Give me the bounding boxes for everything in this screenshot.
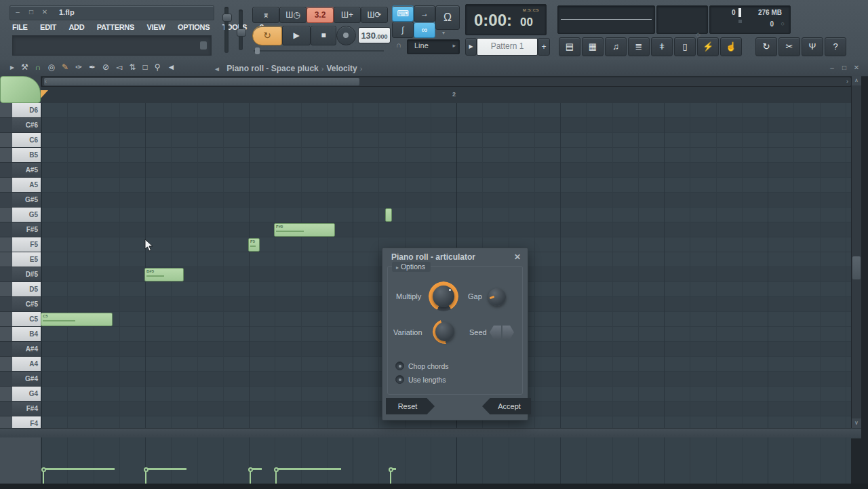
- target-control[interactable]: Velocity: [326, 64, 357, 73]
- multiply-knob[interactable]: [429, 281, 458, 311]
- piano-key-B5[interactable]: B5: [0, 148, 41, 163]
- piano-key-F#4[interactable]: F#4: [0, 402, 41, 416]
- paint-tool-icon[interactable]: ✑: [75, 60, 82, 75]
- close-icon[interactable]: ✕: [39, 6, 51, 18]
- piano-key-C6[interactable]: C6: [0, 133, 41, 148]
- scroll-up-icon[interactable]: ∧: [852, 76, 861, 85]
- playlist-button[interactable]: ▤: [559, 37, 580, 56]
- options-tab[interactable]: ▸ Options: [392, 262, 431, 272]
- magnet-icon[interactable]: ∩: [35, 60, 41, 75]
- peak-meter[interactable]: [656, 5, 708, 34]
- help-button[interactable]: ?: [825, 37, 846, 56]
- pr-maximize-icon[interactable]: □: [838, 62, 850, 74]
- note-D#5[interactable]: D#5: [144, 268, 184, 281]
- playback-tool-icon[interactable]: ◄: [167, 60, 176, 75]
- master-pitch-handle[interactable]: [237, 28, 246, 37]
- piano-key-G5[interactable]: G5: [0, 208, 41, 222]
- note-G5[interactable]: [385, 208, 392, 222]
- note-F#5[interactable]: F#5: [274, 223, 335, 237]
- variation-knob[interactable]: [433, 319, 457, 344]
- menu-file[interactable]: FILE: [12, 20, 28, 34]
- seed-prev-button[interactable]: [490, 326, 501, 339]
- precount-button[interactable]: 3.2: [307, 7, 334, 23]
- piano-key-D#5[interactable]: D#5: [0, 267, 41, 282]
- plugin-button[interactable]: ⚡: [697, 37, 719, 56]
- vertical-scrollbar[interactable]: ∧ ∨: [852, 76, 861, 428]
- bpm-display[interactable]: 130.000: [358, 27, 391, 43]
- piano-key-C#5[interactable]: C#5: [0, 297, 41, 312]
- glue-icon[interactable]: ◎: [47, 60, 54, 75]
- pr-close-icon[interactable]: ✕: [850, 62, 863, 74]
- piano-key-C#6[interactable]: C#6: [0, 118, 41, 133]
- piano-key-A#5[interactable]: A#5: [0, 163, 41, 178]
- paint-drum-tool-icon[interactable]: ✒: [89, 60, 96, 75]
- blend-recording-button[interactable]: Ш+: [334, 7, 361, 23]
- bell-dropdown-icon[interactable]: ▾: [442, 30, 445, 36]
- piano-key-A5[interactable]: A5: [0, 178, 41, 193]
- piano-key-D6[interactable]: D6: [0, 103, 41, 118]
- mute-tool-icon[interactable]: ◅: [116, 60, 122, 75]
- piano-key-G#4[interactable]: G#4: [0, 372, 41, 387]
- select-tool-icon[interactable]: □: [142, 60, 147, 75]
- seed-next-button[interactable]: [502, 326, 514, 339]
- menu-add[interactable]: ADD: [68, 20, 84, 34]
- note-F5[interactable]: F5: [248, 238, 260, 252]
- shuffle-handle[interactable]: [255, 47, 260, 54]
- piano-key-B4[interactable]: B4: [0, 327, 41, 342]
- menu-patterns[interactable]: PATTERNS: [97, 20, 134, 34]
- velocity-lane[interactable]: [41, 437, 851, 484]
- piano-key-D5[interactable]: D5: [0, 282, 41, 297]
- project-info-button[interactable]: ▯: [674, 37, 696, 56]
- cut-button[interactable]: ✂: [778, 37, 800, 56]
- note-C5[interactable]: C5: [41, 313, 113, 326]
- timeline-ruler[interactable]: 2: [41, 87, 851, 104]
- vscroll-thumb[interactable]: [852, 256, 861, 279]
- piano-key-E5[interactable]: E5: [0, 252, 41, 267]
- loop-recording-button[interactable]: Ш⟳: [361, 7, 388, 23]
- accept-button[interactable]: Accept: [482, 398, 531, 414]
- piano-key-C5[interactable]: C5: [0, 312, 41, 327]
- sync-button[interactable]: ↻: [755, 37, 777, 56]
- menu-arrow-icon[interactable]: ▸: [10, 60, 14, 75]
- dialog-close-icon[interactable]: ✕: [514, 252, 521, 262]
- playhead-marker[interactable]: [41, 90, 48, 98]
- project-tab[interactable]: 1.flp: [59, 6, 75, 19]
- pattern-prev-button[interactable]: ▶: [465, 38, 477, 56]
- mixer-button[interactable]: ǂ: [651, 37, 673, 56]
- touch-controller-button[interactable]: ☝: [720, 37, 742, 56]
- multilink-button[interactable]: ∞: [414, 22, 435, 38]
- pattern-selector[interactable]: Pattern 1: [477, 38, 538, 56]
- slip-tool-icon[interactable]: ⇅: [129, 60, 136, 75]
- piano-key-A4[interactable]: A4: [0, 357, 41, 372]
- typing-keyboard-button[interactable]: ⌨: [392, 5, 414, 22]
- minimize-icon[interactable]: –: [12, 6, 24, 18]
- record-button[interactable]: [336, 26, 356, 45]
- reset-button[interactable]: Reset: [386, 398, 435, 414]
- zoom-tool-icon[interactable]: ⚲: [155, 60, 161, 75]
- piano-key-F4[interactable]: F4: [0, 416, 41, 428]
- metronome-bell-button[interactable]: Ω: [435, 5, 460, 30]
- piano-key-G4[interactable]: G4: [0, 387, 41, 402]
- piano-roll-title[interactable]: Piano roll - Space pluck: [226, 64, 318, 73]
- gap-knob[interactable]: [488, 288, 506, 306]
- hscroll-thumb[interactable]: [44, 78, 359, 85]
- menu-view[interactable]: VIEW: [147, 20, 165, 34]
- scroll-right-icon[interactable]: ›: [846, 77, 848, 86]
- song-pattern-mode-button[interactable]: ↻: [252, 26, 282, 45]
- slide-button[interactable]: ∫: [392, 22, 414, 38]
- pattern-add-button[interactable]: +: [538, 38, 550, 56]
- piano-key-F#5[interactable]: F#5: [0, 222, 41, 237]
- step-edit-button[interactable]: →: [414, 5, 435, 22]
- pr-minimize-icon[interactable]: –: [826, 62, 838, 74]
- draw-tool-icon[interactable]: ✎: [62, 60, 68, 75]
- wrench-icon[interactable]: ⚒: [21, 60, 28, 75]
- piano-roll-button[interactable]: ♫: [605, 37, 627, 56]
- pr-options-corner[interactable]: [0, 76, 41, 103]
- chop-chords-checkbox[interactable]: [395, 361, 404, 370]
- master-pitch-slider[interactable]: [239, 9, 243, 50]
- stop-button[interactable]: ■: [311, 26, 336, 45]
- use-lengths-checkbox[interactable]: [395, 375, 404, 384]
- master-volume-handle[interactable]: [222, 14, 232, 22]
- piano-key-F5[interactable]: F5: [0, 237, 41, 252]
- scroll-down-icon[interactable]: ∨: [852, 418, 861, 428]
